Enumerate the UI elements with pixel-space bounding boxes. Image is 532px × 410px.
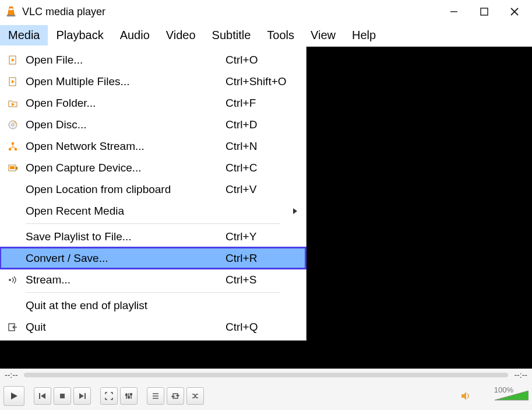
svg-rect-29 <box>39 393 40 399</box>
extended-settings-button[interactable] <box>120 387 138 405</box>
play-button[interactable] <box>3 386 24 406</box>
menu-item-label: Open Disc... <box>21 118 226 131</box>
svg-marker-23 <box>293 208 297 214</box>
menu-item-label: Open Location from clipboard <box>21 183 226 196</box>
menu-item-label: Open Folder... <box>21 97 226 110</box>
menu-item-stream[interactable]: Stream...Ctrl+S <box>0 269 306 290</box>
menu-item-shortcut: Ctrl+Y <box>226 230 301 243</box>
menu-item-shortcut: Ctrl+D <box>226 118 301 131</box>
network-icon <box>5 141 21 152</box>
menu-item-label: Open Multiple Files... <box>21 75 226 88</box>
menu-item-open-recent-media[interactable]: Open Recent Media <box>0 200 306 222</box>
menu-item-shortcut: Ctrl+C <box>226 162 301 174</box>
svg-marker-30 <box>41 393 45 399</box>
menu-item-open-folder[interactable]: Open Folder...Ctrl+F <box>0 92 306 114</box>
menu-item-label: Open Network Stream... <box>21 140 226 153</box>
svg-marker-43 <box>177 395 179 397</box>
folder-play-icon <box>5 98 21 108</box>
menu-item-label: Open Recent Media <box>21 205 226 218</box>
elapsed-time[interactable]: --:-- <box>5 370 18 380</box>
app-icon <box>5 5 17 18</box>
media-menu-dropdown: Open File...Ctrl+OOpen Multiple Files...… <box>0 47 306 341</box>
svg-marker-44 <box>172 395 174 397</box>
svg-rect-1 <box>9 9 13 10</box>
menu-item-shortcut: Ctrl+F <box>226 97 301 110</box>
fullscreen-button[interactable] <box>100 387 118 405</box>
svg-rect-33 <box>84 393 86 399</box>
menu-item-open-network-stream[interactable]: Open Network Stream...Ctrl+N <box>0 135 306 157</box>
svg-marker-28 <box>11 393 17 400</box>
svg-rect-4 <box>481 8 488 15</box>
control-bar: 100% <box>0 381 532 410</box>
menu-item-open-disc[interactable]: Open Disc...Ctrl+D <box>0 114 306 135</box>
menu-item-open-capture-device[interactable]: Open Capture Device...Ctrl+C <box>0 157 306 178</box>
svg-point-13 <box>12 124 14 126</box>
svg-marker-46 <box>495 391 529 400</box>
svg-rect-15 <box>9 148 11 150</box>
svg-rect-21 <box>10 166 15 169</box>
close-button[interactable] <box>508 5 522 19</box>
capture-icon <box>5 163 21 173</box>
menu-item-save-playlist-to-file[interactable]: Save Playlist to File...Ctrl+Y <box>0 226 306 247</box>
menu-item-open-multiple-files[interactable]: Open Multiple Files...Ctrl+Shift+O <box>0 71 306 92</box>
menu-playback[interactable]: Playback <box>48 25 111 45</box>
menu-item-open-location-from-clipboard[interactable]: Open Location from clipboardCtrl+V <box>0 178 306 200</box>
menu-item-quit[interactable]: QuitCtrl+Q <box>0 316 306 338</box>
svg-marker-32 <box>79 393 84 399</box>
menu-separator <box>26 292 280 293</box>
menu-item-convert-save[interactable]: Convert / Save...Ctrl+R <box>0 247 306 269</box>
seek-slider[interactable] <box>24 373 509 377</box>
menu-item-label: Quit at the end of playlist <box>21 299 226 312</box>
stop-button[interactable] <box>54 387 71 405</box>
svg-marker-45 <box>461 392 466 400</box>
submenu-arrow-icon <box>292 208 298 215</box>
menu-media[interactable]: Media <box>0 25 48 45</box>
menu-item-quit-at-the-end-of-playlist[interactable]: Quit at the end of playlist <box>0 295 306 316</box>
svg-rect-16 <box>15 148 17 150</box>
menu-view[interactable]: View <box>302 25 344 45</box>
svg-line-18 <box>10 147 13 148</box>
file-play-icon <box>5 76 21 87</box>
svg-marker-0 <box>8 7 15 15</box>
menubar: MediaPlaybackAudioVideoSubtitleToolsView… <box>0 23 532 47</box>
menu-subtitle[interactable]: Subtitle <box>204 25 259 45</box>
menu-item-open-file[interactable]: Open File...Ctrl+O <box>0 49 306 71</box>
previous-button[interactable] <box>34 387 51 405</box>
menu-item-shortcut: Ctrl+R <box>226 252 301 265</box>
menu-tools[interactable]: Tools <box>259 25 302 45</box>
video-area: Open File...Ctrl+OOpen Multiple Files...… <box>0 47 532 369</box>
next-button[interactable] <box>73 387 91 405</box>
svg-rect-2 <box>7 15 16 17</box>
menu-item-shortcut: Ctrl+V <box>226 183 301 196</box>
menu-item-label: Stream... <box>21 274 226 286</box>
menu-item-label: Open File... <box>21 54 226 66</box>
titlebar: VLC media player <box>0 0 532 23</box>
shuffle-button[interactable] <box>186 387 204 405</box>
svg-point-24 <box>9 279 11 281</box>
maximize-button[interactable] <box>477 5 491 19</box>
svg-rect-14 <box>12 142 14 145</box>
menu-item-shortcut: Ctrl+Shift+O <box>226 75 301 88</box>
menu-item-label: Open Capture Device... <box>21 162 226 174</box>
playlist-button[interactable] <box>147 387 164 405</box>
menu-item-shortcut: Ctrl+S <box>226 274 301 286</box>
menu-item-label: Convert / Save... <box>21 252 226 265</box>
menu-video[interactable]: Video <box>158 25 204 45</box>
menu-item-shortcut: Ctrl+Q <box>226 321 301 334</box>
window-title: VLC media player <box>22 6 447 18</box>
menu-audio[interactable]: Audio <box>112 25 158 45</box>
menu-help[interactable]: Help <box>344 25 384 45</box>
total-time[interactable]: --:-- <box>514 370 527 380</box>
svg-point-39 <box>131 393 132 395</box>
menu-item-label: Save Playlist to File... <box>21 230 226 243</box>
svg-rect-31 <box>60 394 65 398</box>
svg-line-19 <box>13 147 16 148</box>
loop-button[interactable] <box>167 387 184 405</box>
time-bar: --:-- --:-- <box>0 369 532 381</box>
minimize-button[interactable] <box>447 5 461 19</box>
volume-slider[interactable] <box>495 390 529 402</box>
quit-icon <box>5 322 21 332</box>
mute-icon[interactable] <box>460 391 471 401</box>
menu-separator <box>26 223 280 224</box>
svg-point-37 <box>126 394 128 395</box>
